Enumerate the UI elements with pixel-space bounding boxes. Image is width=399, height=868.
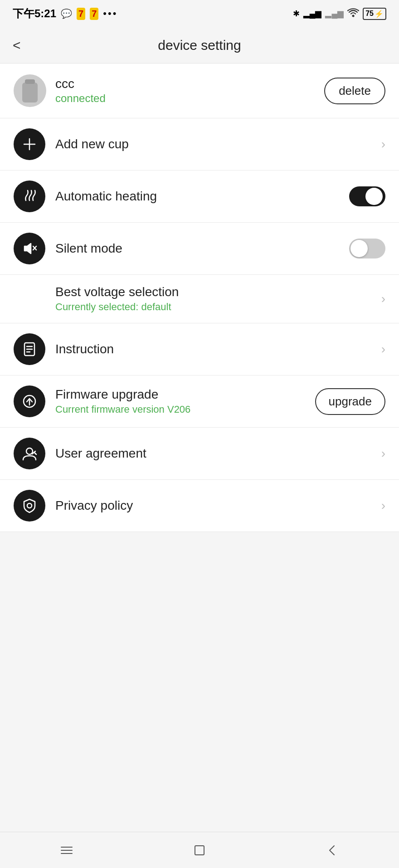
menu-text-voltage-selection: Best voltage selection Currently selecte… bbox=[14, 285, 381, 313]
battery-level: 75 bbox=[365, 10, 374, 18]
device-name: ccc bbox=[55, 77, 324, 91]
menu-item-instruction[interactable]: Instruction › bbox=[0, 323, 399, 375]
menu-text-silent-mode: Silent mode bbox=[55, 241, 349, 256]
bluetooth-icon: ✱ bbox=[293, 9, 300, 19]
app-icon-2: 7 bbox=[90, 8, 98, 20]
signal2-icon: ▂▄▆ bbox=[325, 9, 344, 19]
home-nav-button[interactable] bbox=[181, 837, 218, 864]
menu-label-user-agreement: User agreement bbox=[55, 446, 381, 461]
menu-sublabel-voltage-selection: Currently selected: default bbox=[55, 301, 381, 313]
svg-point-0 bbox=[353, 15, 354, 16]
menu-icon-firmware-upgrade bbox=[14, 385, 45, 417]
device-row: ccc connected delete bbox=[0, 63, 399, 118]
menu-label-add-cup: Add new cup bbox=[55, 137, 381, 151]
svg-point-14 bbox=[26, 448, 33, 454]
menu-text-add-cup: Add new cup bbox=[55, 137, 381, 151]
menu-icon-automatic-heating bbox=[14, 180, 45, 212]
device-avatar bbox=[14, 74, 46, 107]
wifi-icon bbox=[347, 8, 359, 20]
battery-icon: 75 ⚡ bbox=[363, 8, 386, 20]
menu-label-instruction: Instruction bbox=[55, 342, 381, 356]
device-status: connected bbox=[55, 92, 324, 105]
svg-point-17 bbox=[27, 503, 32, 508]
toggle-slider-silent-mode bbox=[349, 239, 385, 258]
upgrade-button[interactable]: upgrade bbox=[315, 388, 385, 415]
app-icon-1: 7 bbox=[77, 8, 85, 20]
back-nav-icon bbox=[324, 842, 341, 858]
message-icon: 💬 bbox=[61, 8, 72, 19]
back-nav-button[interactable] bbox=[314, 837, 350, 864]
status-icons: ✱ ▂▄▆ ▂▄▆ 75 ⚡ bbox=[293, 8, 386, 20]
status-time: 下午5:21 bbox=[13, 6, 56, 21]
dots-icon: ••• bbox=[103, 8, 117, 20]
chevron-icon-user-agreement: › bbox=[381, 446, 385, 461]
status-bar: 下午5:21 💬 7 7 ••• ✱ ▂▄▆ ▂▄▆ 75 ⚡ bbox=[0, 0, 399, 27]
svg-rect-2 bbox=[25, 79, 35, 84]
menu-icon-silent-mode bbox=[14, 233, 45, 264]
menu-text-instruction: Instruction bbox=[55, 342, 381, 356]
back-button[interactable]: < bbox=[13, 38, 21, 53]
svg-rect-1 bbox=[22, 83, 38, 102]
menu-label-automatic-heating: Automatic heating bbox=[55, 189, 349, 204]
menu-label-privacy-policy: Privacy policy bbox=[55, 498, 381, 513]
device-info: ccc connected bbox=[55, 77, 324, 105]
signal-icon: ▂▄▆ bbox=[303, 9, 322, 19]
menu-item-silent-mode[interactable]: Silent mode bbox=[0, 223, 399, 275]
svg-rect-21 bbox=[195, 846, 204, 855]
menu-item-privacy-policy[interactable]: Privacy policy › bbox=[0, 480, 399, 532]
toggle-automatic-heating[interactable] bbox=[349, 186, 385, 206]
chevron-icon-add-cup: › bbox=[381, 137, 385, 151]
menu-label-firmware-upgrade: Firmware upgrade bbox=[55, 387, 315, 402]
menu-text-privacy-policy: Privacy policy bbox=[55, 498, 381, 513]
menu-text-user-agreement: User agreement bbox=[55, 446, 381, 461]
chevron-icon-voltage-selection: › bbox=[381, 292, 385, 306]
bottom-nav-bar bbox=[0, 832, 399, 868]
toggle-silent-mode[interactable] bbox=[349, 239, 385, 258]
svg-line-16 bbox=[34, 453, 36, 454]
top-nav: < device setting bbox=[0, 27, 399, 63]
hamburger-icon bbox=[58, 842, 75, 858]
menu-icon-add-cup bbox=[14, 128, 45, 160]
menu-item-automatic-heating[interactable]: Automatic heating bbox=[0, 171, 399, 223]
delete-button[interactable]: delete bbox=[324, 78, 385, 104]
svg-marker-5 bbox=[24, 244, 31, 254]
menu-icon-user-agreement bbox=[14, 438, 45, 469]
menu-icon-privacy-policy bbox=[14, 490, 45, 522]
page-title: device setting bbox=[158, 38, 241, 53]
toggle-slider-automatic-heating bbox=[349, 186, 385, 206]
menu-text-automatic-heating: Automatic heating bbox=[55, 189, 349, 204]
cup-icon bbox=[19, 77, 41, 104]
menu-item-user-agreement[interactable]: User agreement › bbox=[0, 428, 399, 480]
menu-item-voltage-selection[interactable]: Best voltage selection Currently selecte… bbox=[0, 275, 399, 323]
status-left: 下午5:21 💬 7 7 ••• bbox=[13, 6, 117, 21]
chevron-icon-privacy-policy: › bbox=[381, 498, 385, 513]
menu-text-firmware-upgrade: Firmware upgrade Current firmware versio… bbox=[55, 387, 315, 415]
menu-label-voltage-selection: Best voltage selection bbox=[55, 285, 381, 299]
menu-nav-button[interactable] bbox=[49, 837, 85, 864]
menu-item-add-cup[interactable]: Add new cup › bbox=[0, 118, 399, 171]
menu-sublabel-firmware-upgrade: Current firmware version V206 bbox=[55, 404, 315, 415]
menu-icon-instruction bbox=[14, 333, 45, 365]
menu-label-silent-mode: Silent mode bbox=[55, 241, 349, 256]
square-icon bbox=[191, 842, 208, 858]
chevron-icon-instruction: › bbox=[381, 342, 385, 356]
menu-item-firmware-upgrade[interactable]: Firmware upgrade Current firmware versio… bbox=[0, 375, 399, 428]
menu-list: Add new cup › Automatic heating Silent m… bbox=[0, 118, 399, 532]
